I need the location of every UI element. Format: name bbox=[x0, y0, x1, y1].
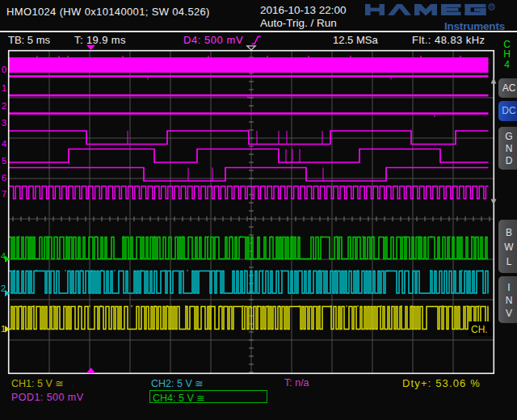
svg-text:7: 7 bbox=[2, 189, 6, 199]
svg-text:R: R bbox=[490, 4, 494, 10]
svg-text:0: 0 bbox=[2, 65, 6, 74]
svg-text:6: 6 bbox=[2, 173, 6, 183]
svg-text:CH.: CH. bbox=[471, 324, 488, 335]
svg-text:4: 4 bbox=[2, 139, 6, 149]
svg-text:1: 1 bbox=[2, 83, 6, 93]
svg-text:5: 5 bbox=[2, 156, 6, 166]
svg-text:2: 2 bbox=[2, 101, 6, 111]
svg-text:Instruments: Instruments bbox=[444, 20, 505, 32]
svg-text:3: 3 bbox=[2, 118, 6, 128]
